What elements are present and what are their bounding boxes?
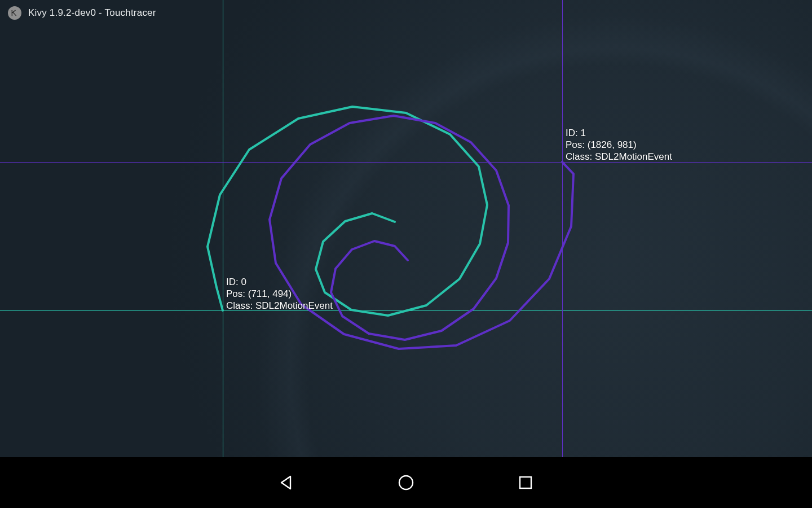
app-canvas[interactable]: Kivy 1.9.2-dev0 - Touchtracer ID: 0 Pos:… <box>0 0 812 457</box>
touch1-pos: Pos: (1826, 981) <box>566 139 672 151</box>
device-frame: Kivy 1.9.2-dev0 - Touchtracer ID: 0 Pos:… <box>0 0 812 508</box>
touch0-info-label: ID: 0 Pos: (711, 494) Class: SDL2MotionE… <box>226 276 333 312</box>
svg-rect-1 <box>520 477 531 488</box>
nav-recents-button[interactable] <box>514 471 537 494</box>
touch1-class: Class: SDL2MotionEvent <box>566 151 672 163</box>
touch0-class: Class: SDL2MotionEvent <box>226 300 333 312</box>
recents-square-icon <box>518 475 533 491</box>
touch1-crosshair-horizontal <box>0 162 812 163</box>
touch1-crosshair-vertical <box>562 0 563 457</box>
android-nav-bar <box>0 457 812 508</box>
svg-point-0 <box>399 476 413 489</box>
nav-home-button[interactable] <box>394 471 418 494</box>
window-title: Kivy 1.9.2-dev0 - Touchtracer <box>28 7 156 19</box>
home-circle-icon <box>397 474 415 492</box>
touch0-id: ID: 0 <box>226 276 333 288</box>
touch0-pos: Pos: (711, 494) <box>226 288 333 300</box>
touch1-info-label: ID: 1 Pos: (1826, 981) Class: SDL2Motion… <box>566 127 672 163</box>
background-swirl-ring <box>220 0 812 457</box>
titlebar: Kivy 1.9.2-dev0 - Touchtracer <box>0 0 812 26</box>
nav-back-button[interactable] <box>275 471 298 494</box>
touch1-id: ID: 1 <box>566 127 672 139</box>
touch0-crosshair-vertical <box>223 0 223 457</box>
touch0-crosshair-horizontal <box>0 310 812 311</box>
kivy-logo-icon <box>8 6 21 20</box>
touch0-trace <box>208 107 487 316</box>
back-triangle-icon <box>278 474 295 491</box>
background-swirl <box>164 0 812 457</box>
touch1-trace <box>270 116 573 349</box>
touch-traces <box>0 0 812 457</box>
